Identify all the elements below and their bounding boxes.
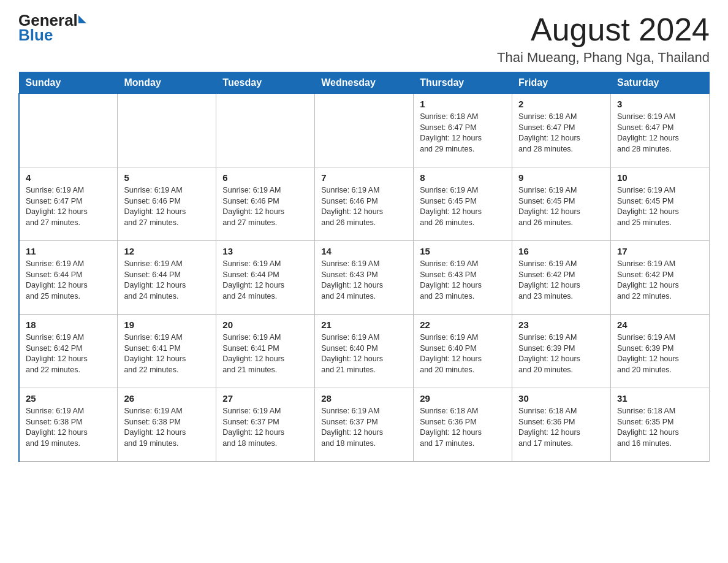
day-of-week-header: Thursday [414,72,512,94]
calendar-cell: 28Sunrise: 6:19 AM Sunset: 6:37 PM Dayli… [315,388,414,462]
day-number: 17 [617,246,703,256]
day-number: 24 [617,320,703,330]
calendar-cell: 19Sunrise: 6:19 AM Sunset: 6:41 PM Dayli… [118,315,216,388]
day-info: Sunrise: 6:19 AM Sunset: 6:42 PM Dayligh… [518,259,604,302]
day-number: 3 [617,99,703,109]
calendar-cell [216,94,315,167]
day-info: Sunrise: 6:19 AM Sunset: 6:44 PM Dayligh… [124,259,210,302]
calendar-cell: 30Sunrise: 6:18 AM Sunset: 6:36 PM Dayli… [512,388,611,462]
day-number: 20 [222,320,308,330]
calendar-week-row: 25Sunrise: 6:19 AM Sunset: 6:38 PM Dayli… [19,388,710,462]
page-subtitle: Thai Mueang, Phang Nga, Thailand [497,50,710,66]
title-block: August 2024 Thai Mueang, Phang Nga, Thai… [497,12,710,66]
day-info: Sunrise: 6:19 AM Sunset: 6:45 PM Dayligh… [617,185,703,228]
day-info: Sunrise: 6:19 AM Sunset: 6:46 PM Dayligh… [321,185,407,228]
calendar-week-row: 4Sunrise: 6:19 AM Sunset: 6:47 PM Daylig… [19,167,710,241]
day-info: Sunrise: 6:19 AM Sunset: 6:42 PM Dayligh… [617,259,703,302]
calendar-cell: 4Sunrise: 6:19 AM Sunset: 6:47 PM Daylig… [19,167,118,241]
day-info: Sunrise: 6:18 AM Sunset: 6:36 PM Dayligh… [420,406,506,449]
calendar-week-row: 11Sunrise: 6:19 AM Sunset: 6:44 PM Dayli… [19,241,710,315]
calendar-cell: 17Sunrise: 6:19 AM Sunset: 6:42 PM Dayli… [611,241,710,315]
day-number: 4 [26,172,111,183]
day-of-week-header: Friday [512,72,611,94]
day-number: 2 [518,99,604,109]
day-info: Sunrise: 6:19 AM Sunset: 6:38 PM Dayligh… [26,406,111,449]
day-number: 12 [124,246,210,256]
day-info: Sunrise: 6:19 AM Sunset: 6:47 PM Dayligh… [26,185,111,228]
day-number: 25 [26,393,111,404]
day-info: Sunrise: 6:19 AM Sunset: 6:40 PM Dayligh… [420,332,506,375]
day-number: 28 [321,393,407,404]
calendar-cell: 12Sunrise: 6:19 AM Sunset: 6:44 PM Dayli… [118,241,216,315]
day-number: 19 [124,320,210,330]
day-number: 7 [321,172,407,183]
logo: General Blue [18,12,86,43]
calendar-header-row: SundayMondayTuesdayWednesdayThursdayFrid… [19,72,710,94]
day-number: 5 [124,172,210,183]
day-info: Sunrise: 6:19 AM Sunset: 6:42 PM Dayligh… [26,332,111,375]
day-number: 26 [124,393,210,404]
calendar-cell: 1Sunrise: 6:18 AM Sunset: 6:47 PM Daylig… [414,94,512,167]
day-number: 1 [420,99,506,109]
calendar-cell: 15Sunrise: 6:19 AM Sunset: 6:43 PM Dayli… [414,241,512,315]
day-info: Sunrise: 6:18 AM Sunset: 6:35 PM Dayligh… [617,406,703,449]
day-info: Sunrise: 6:19 AM Sunset: 6:37 PM Dayligh… [222,406,308,449]
day-info: Sunrise: 6:19 AM Sunset: 6:38 PM Dayligh… [124,406,210,449]
day-info: Sunrise: 6:19 AM Sunset: 6:44 PM Dayligh… [26,259,111,302]
day-info: Sunrise: 6:19 AM Sunset: 6:46 PM Dayligh… [124,185,210,228]
day-info: Sunrise: 6:19 AM Sunset: 6:39 PM Dayligh… [518,332,604,375]
calendar-table: SundayMondayTuesdayWednesdayThursdayFrid… [18,72,710,462]
calendar-cell: 9Sunrise: 6:19 AM Sunset: 6:45 PM Daylig… [512,167,611,241]
logo-triangle-icon [78,15,86,23]
day-number: 8 [420,172,506,183]
logo-blue: Blue [18,26,53,44]
day-number: 31 [617,393,703,404]
day-of-week-header: Wednesday [315,72,414,94]
day-number: 18 [26,320,111,330]
day-number: 11 [26,246,111,256]
day-info: Sunrise: 6:18 AM Sunset: 6:47 PM Dayligh… [518,112,604,155]
calendar-cell: 10Sunrise: 6:19 AM Sunset: 6:45 PM Dayli… [611,167,710,241]
day-number: 15 [420,246,506,256]
calendar-cell: 26Sunrise: 6:19 AM Sunset: 6:38 PM Dayli… [118,388,216,462]
day-info: Sunrise: 6:18 AM Sunset: 6:47 PM Dayligh… [420,112,506,155]
day-info: Sunrise: 6:18 AM Sunset: 6:36 PM Dayligh… [518,406,604,449]
calendar-cell: 5Sunrise: 6:19 AM Sunset: 6:46 PM Daylig… [118,167,216,241]
calendar-cell: 24Sunrise: 6:19 AM Sunset: 6:39 PM Dayli… [611,315,710,388]
day-info: Sunrise: 6:19 AM Sunset: 6:37 PM Dayligh… [321,406,407,449]
calendar-cell: 21Sunrise: 6:19 AM Sunset: 6:40 PM Dayli… [315,315,414,388]
calendar-cell: 25Sunrise: 6:19 AM Sunset: 6:38 PM Dayli… [19,388,118,462]
day-info: Sunrise: 6:19 AM Sunset: 6:40 PM Dayligh… [321,332,407,375]
day-number: 10 [617,172,703,183]
calendar-cell: 14Sunrise: 6:19 AM Sunset: 6:43 PM Dayli… [315,241,414,315]
calendar-cell: 8Sunrise: 6:19 AM Sunset: 6:45 PM Daylig… [414,167,512,241]
day-number: 6 [222,172,308,183]
day-number: 30 [518,393,604,404]
day-number: 27 [222,393,308,404]
day-of-week-header: Saturday [611,72,710,94]
page-title: August 2024 [497,12,710,47]
day-number: 9 [518,172,604,183]
day-info: Sunrise: 6:19 AM Sunset: 6:46 PM Dayligh… [222,185,308,228]
calendar-cell: 23Sunrise: 6:19 AM Sunset: 6:39 PM Dayli… [512,315,611,388]
calendar-cell: 13Sunrise: 6:19 AM Sunset: 6:44 PM Dayli… [216,241,315,315]
day-of-week-header: Sunday [19,72,118,94]
day-info: Sunrise: 6:19 AM Sunset: 6:41 PM Dayligh… [124,332,210,375]
calendar-cell [19,94,118,167]
day-number: 21 [321,320,407,330]
header: General Blue August 2024 Thai Mueang, Ph… [18,12,710,66]
calendar-cell: 20Sunrise: 6:19 AM Sunset: 6:41 PM Dayli… [216,315,315,388]
calendar-cell: 3Sunrise: 6:19 AM Sunset: 6:47 PM Daylig… [611,94,710,167]
calendar-cell: 2Sunrise: 6:18 AM Sunset: 6:47 PM Daylig… [512,94,611,167]
day-number: 14 [321,246,407,256]
day-info: Sunrise: 6:19 AM Sunset: 6:39 PM Dayligh… [617,332,703,375]
calendar-cell: 31Sunrise: 6:18 AM Sunset: 6:35 PM Dayli… [611,388,710,462]
calendar-cell: 18Sunrise: 6:19 AM Sunset: 6:42 PM Dayli… [19,315,118,388]
calendar-cell [118,94,216,167]
day-info: Sunrise: 6:19 AM Sunset: 6:45 PM Dayligh… [420,185,506,228]
calendar-cell [315,94,414,167]
day-number: 16 [518,246,604,256]
calendar-week-row: 1Sunrise: 6:18 AM Sunset: 6:47 PM Daylig… [19,94,710,167]
day-number: 13 [222,246,308,256]
day-of-week-header: Monday [118,72,216,94]
